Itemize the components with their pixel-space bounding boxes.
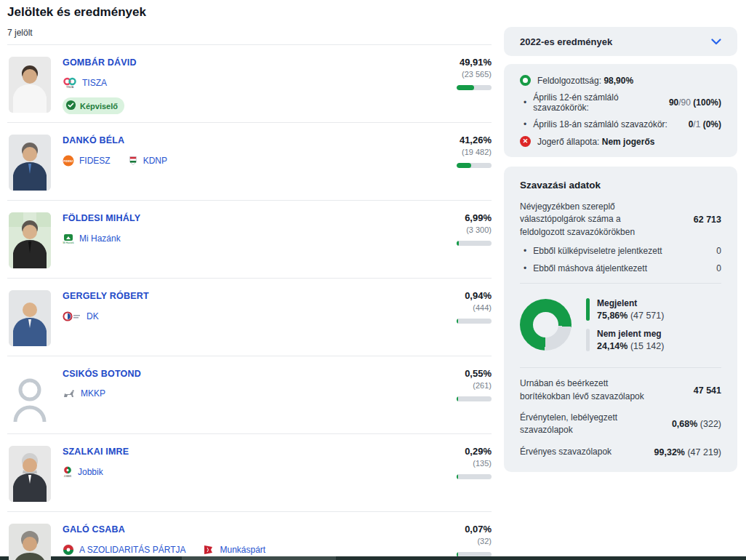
transferred-row: • Ebből máshova átjelentkezett 0 <box>520 263 721 273</box>
candidate-photo <box>9 212 51 268</box>
footer-strip <box>0 556 746 560</box>
legend-item-turnout: Megjelent 75,86% (47 571) <box>586 298 664 321</box>
legend-marker-gray <box>586 329 590 351</box>
footer-strip-segment <box>182 556 336 560</box>
result-percent: 41,26% <box>410 135 492 145</box>
candidate-row: GERGELY RÓBERT DK 0,94% (444) <box>7 278 492 356</box>
result-bar <box>457 241 492 246</box>
turnout-chart: Megjelent 75,86% (47 571) Nem jelent meg… <box>520 293 721 358</box>
invalid-ballots-row: Érvénytelen, lebélyegzett szavazólapok 0… <box>520 412 721 437</box>
divider <box>520 283 721 284</box>
legal-status-value: Nem jogerős <box>602 137 655 147</box>
valid-ballots-label: Érvényes szavazólapok <box>520 446 645 458</box>
party-name[interactable]: Munkáspárt <box>220 545 265 555</box>
party-name[interactable]: Jobbik <box>78 467 103 477</box>
bullet-dot: • <box>524 119 526 129</box>
registered-voters-row: Névjegyzékben szereplő választópolgárok … <box>520 201 721 239</box>
candidate-row: DANKÓ BÉLA FIDESZ FIDESZ KDNP 41,26% <box>7 122 492 200</box>
szolidaritas-party-icon <box>63 544 74 556</box>
precincts-april12-label: Április 12-én számláló szavazókörök: <box>533 92 669 113</box>
fidesz-party-icon: FIDESZ <box>63 155 74 167</box>
candidate-photo <box>9 446 51 502</box>
party-chip[interactable]: MKKP <box>63 388 105 399</box>
mihazank-party-icon: Mi Hazánk <box>63 233 74 244</box>
result-votes: (19 482) <box>410 148 492 156</box>
result-percent: 0,94% <box>410 290 492 301</box>
turnout-yes-value: 75,86% (47 571) <box>597 311 664 321</box>
person-outline-icon <box>9 368 51 424</box>
result-bar <box>457 163 492 168</box>
candidate-row: FÖLDESI MIHÁLY Mi Hazánk Mi Hazánk 6,99%… <box>7 200 492 278</box>
legend-item-no-show: Nem jelent meg 24,14% (15 142) <box>586 329 664 351</box>
valid-ballots-row: Érvényes szavazólapok 99,32% (47 219) <box>520 446 721 459</box>
results-sidebar: 2022-es eredmények Feldolgozottság: 98,9… <box>504 27 737 472</box>
candidate-row: GALÓ CSABA A SZOLIDARITÁS PÁRTJA Munkásp… <box>7 511 492 560</box>
party-name[interactable]: FIDESZ <box>79 156 111 166</box>
processing-value: 98,90% <box>603 76 633 86</box>
result-percent: 0,07% <box>410 524 492 535</box>
party-chip[interactable]: Mi Hazánk Mi Hazánk <box>63 233 121 244</box>
turnout-no-label: Nem jelent meg <box>597 329 664 339</box>
abroad-registered-row: • Ebből külképviseletre jelentkezett 0 <box>520 246 721 256</box>
party-chip[interactable]: FIDESZ FIDESZ <box>63 155 111 167</box>
candidate-name-link[interactable]: CSIKÓS BOTOND <box>63 369 410 379</box>
processing-status-panel: Feldolgozottság: 98,90% • Április 12-én … <box>504 64 737 157</box>
ballots-in-urn-label: Urnában és beérkezett borítékokban lévő … <box>520 377 645 403</box>
transferred-label: Ebből máshova átjelentkezett <box>533 263 647 273</box>
turnout-yes-label: Megjelent <box>597 298 664 308</box>
tisza-party-icon: TISZA <box>63 77 77 89</box>
party-chip[interactable]: A SZOLIDARITÁS PÁRTJA <box>63 544 185 556</box>
party-chip[interactable]: DK <box>63 311 99 322</box>
candidate-name-link[interactable]: GOMBÁR DÁVID <box>63 57 410 68</box>
results-2022-label: 2022-es eredmények <box>520 36 612 47</box>
party-name[interactable]: TISZA <box>82 78 107 88</box>
result-votes: (444) <box>410 303 492 312</box>
party-name[interactable]: A SZOLIDARITÁS PÁRTJA <box>79 545 185 555</box>
results-2022-accordion[interactable]: 2022-es eredmények <box>504 27 737 56</box>
precincts-april18-label: Április 18-án számláló szavazókör: <box>533 119 667 129</box>
candidate-row: CSIKÓS BOTOND MKKP 0,55% (261) <box>7 356 492 433</box>
election-results-page: Jelöltek és eredmények 7 jelölt GOMBÁR D… <box>0 0 746 560</box>
candidates-section: Jelöltek és eredmények 7 jelölt GOMBÁR D… <box>7 4 492 560</box>
bullet-dot: • <box>524 246 526 256</box>
candidate-photo <box>9 524 51 560</box>
party-chip[interactable]: Munkáspárt <box>203 544 265 556</box>
candidate-name-link[interactable]: DANKÓ BÉLA <box>63 135 410 145</box>
munkaspart-party-icon <box>203 544 214 556</box>
valid-ballots-value: 99,32% (47 219) <box>654 446 721 459</box>
bullet-dot: • <box>524 97 526 108</box>
party-chip[interactable]: JOBBIK Jobbik <box>63 466 103 478</box>
candidate-name-link[interactable]: GERGELY RÓBERT <box>63 291 410 301</box>
svg-text:JOBBIK: JOBBIK <box>64 475 72 478</box>
abroad-registered-label: Ebből külképviseletre jelentkezett <box>533 246 662 256</box>
candidate-photo <box>9 135 51 191</box>
party-name[interactable]: Mi Hazánk <box>79 233 121 244</box>
abroad-registered-value: 0 <box>716 246 721 256</box>
svg-text:FIDESZ: FIDESZ <box>64 160 74 163</box>
result-bar <box>457 474 492 479</box>
candidate-name-link[interactable]: FÖLDESI MIHÁLY <box>63 213 410 223</box>
elected-badge-label: Képviselő <box>80 102 118 111</box>
transferred-value: 0 <box>716 263 721 273</box>
mkkp-party-icon <box>63 388 76 399</box>
legal-status-label: Jogerő állapota: <box>537 137 599 147</box>
svg-text:TISZA: TISZA <box>66 86 74 89</box>
result-percent: 49,91% <box>410 57 492 68</box>
ballots-in-urn-value: 47 541 <box>694 384 721 397</box>
party-name[interactable]: KDNP <box>143 156 167 166</box>
party-chip[interactable]: KDNP <box>128 155 167 167</box>
page-title: Jelöltek és eredmények <box>7 4 492 20</box>
chevron-down-icon[interactable] <box>711 35 721 48</box>
result-bar <box>457 85 492 90</box>
registered-voters-value: 62 713 <box>694 213 721 226</box>
party-name[interactable]: DK <box>87 311 99 321</box>
candidate-name-link[interactable]: SZALKAI IMRE <box>63 447 410 457</box>
candidate-name-link[interactable]: GALÓ CSABA <box>63 524 410 535</box>
result-percent: 0,29% <box>410 446 492 457</box>
party-name[interactable]: MKKP <box>81 388 105 399</box>
candidate-row: GOMBÁR DÁVID TISZA TISZA Képviselő 49,91… <box>7 44 492 122</box>
invalid-ballots-value: 0,68% (322) <box>672 417 721 431</box>
party-chip[interactable]: TISZA TISZA <box>63 77 107 89</box>
result-votes: (135) <box>410 459 492 468</box>
registered-voters-label: Névjegyzékben szereplő választópolgárok … <box>520 201 657 239</box>
